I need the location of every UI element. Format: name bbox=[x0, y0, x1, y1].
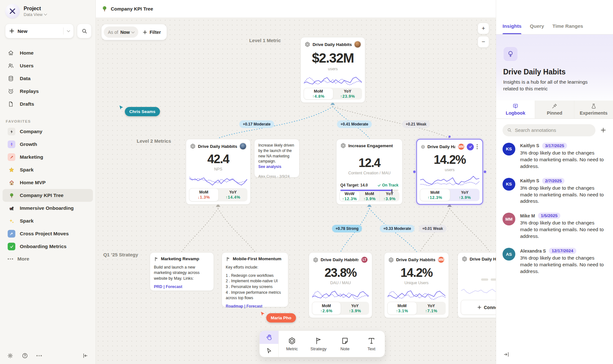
sidebar-item-data[interactable]: Data bbox=[0, 72, 95, 85]
arrow-up-right-icon bbox=[8, 230, 15, 238]
filter-label: Filter bbox=[149, 30, 161, 35]
tab-insights[interactable]: Insights bbox=[503, 18, 521, 34]
sidebar-item-company[interactable]: Company bbox=[3, 125, 93, 138]
subtab-pinned[interactable]: Pinned bbox=[535, 101, 574, 118]
collapse-panel-button[interactable] bbox=[503, 351, 510, 358]
prd-link[interactable]: PRD bbox=[154, 284, 162, 289]
card-footer: MoM↑12.3% YoY↑3.9% bbox=[420, 189, 480, 201]
annotation-entry[interactable]: MM Mike M1/5/2025 3% drop likely due to … bbox=[503, 213, 607, 240]
card-title: Drive Daily Habb.. bbox=[428, 144, 455, 149]
train-icon bbox=[8, 204, 15, 212]
collapse-sidebar-button[interactable] bbox=[81, 352, 89, 360]
sidebar-more-actions-button[interactable] bbox=[36, 354, 42, 357]
nav-label: Drafts bbox=[20, 101, 34, 107]
favorite-label: Growth bbox=[20, 141, 37, 147]
sidebar-item-drafts[interactable]: Drafts bbox=[0, 98, 95, 110]
roadmap-link[interactable]: Roadmap bbox=[226, 304, 243, 308]
note-icon bbox=[341, 337, 349, 345]
filter-button[interactable]: Filter bbox=[140, 30, 163, 35]
cursor-arrow-icon bbox=[266, 347, 272, 354]
forecast-link[interactable]: Forecast bbox=[246, 304, 262, 308]
sidebar-item-home[interactable]: Home bbox=[0, 47, 95, 59]
sidebar-item-spark-star[interactable]: Spark bbox=[3, 163, 93, 176]
settings-button[interactable] bbox=[6, 352, 14, 360]
search-annotations-input[interactable] bbox=[515, 127, 591, 133]
tool-label: Text bbox=[367, 346, 375, 351]
annotation-note[interactable]: Increase likely driven by the launch of … bbox=[254, 139, 299, 178]
card-title: Drive Daily Habbits bbox=[313, 42, 352, 47]
sidebar-item-company-kpi-tree[interactable]: Company KPI Tree bbox=[3, 189, 93, 202]
note-tool-button[interactable]: Note bbox=[332, 331, 358, 357]
status-badge: On Track bbox=[377, 183, 398, 187]
sidebar-more-button[interactable]: More bbox=[3, 254, 93, 264]
sidebar-item-marketing[interactable]: Marketing bbox=[3, 151, 93, 163]
see-analysis-link[interactable]: See analysis bbox=[258, 164, 281, 169]
select-tool-button[interactable] bbox=[260, 344, 278, 357]
stat-yoy: YoY↑3.9% bbox=[450, 189, 480, 201]
sidebar-item-immersive-onboarding[interactable]: Immersive Onboarding bbox=[3, 202, 93, 215]
project-switcher[interactable]: Project Data View bbox=[0, 0, 95, 19]
new-button[interactable]: New bbox=[5, 24, 74, 38]
metric-card-unique-users[interactable]: Drive Daily Habbits MM 14.2% Unique User… bbox=[384, 252, 449, 318]
add-annotation-button[interactable] bbox=[600, 127, 607, 133]
collaborator-badge: MM bbox=[437, 256, 445, 263]
list-item: Personalize key screens bbox=[226, 284, 284, 290]
subtab-experiments[interactable]: Experiments bbox=[574, 101, 613, 118]
panel-tabs: Insights Query Time Ranges bbox=[496, 18, 613, 34]
metric-card-partial[interactable]: Drive Daily Hab Connect bbox=[458, 252, 496, 318]
zoom-out-button[interactable]: − bbox=[478, 36, 489, 48]
card-menu-button[interactable] bbox=[476, 144, 479, 150]
metric-icon bbox=[340, 143, 346, 148]
sidebar-search-button[interactable] bbox=[77, 24, 92, 38]
collaborator-badge: LT bbox=[361, 256, 368, 263]
card-title: Drive Daily Habbits bbox=[396, 257, 435, 262]
metric-card-drive-daily-habits-l1[interactable]: Drive Daily Habbits $2.32M users MoM↑4.8… bbox=[300, 37, 365, 103]
help-button[interactable] bbox=[21, 352, 29, 360]
sidebar-item-onboarding-metrics[interactable]: Onboarding Metrics bbox=[3, 240, 93, 253]
target-row: Q4 Target: 14.0 On Track bbox=[337, 183, 402, 187]
note-list: Redesign core workflows Implement mobile… bbox=[226, 273, 284, 301]
metric-tool-button[interactable]: Metric bbox=[279, 331, 305, 357]
metric-card-drive-daily-habits-selected[interactable]: Drive Daily Habb.. MM 14.2% users MoM↑12… bbox=[416, 139, 483, 205]
annotation-search[interactable] bbox=[503, 124, 595, 136]
annotation-entry[interactable]: KS Kaitlyn S3/17/2025 3% drop likely due… bbox=[503, 143, 607, 170]
forecast-link[interactable]: Forecast bbox=[166, 284, 182, 289]
sidebar-item-replays[interactable]: Replays bbox=[0, 85, 95, 98]
strategy-note-mobile-first[interactable]: Mobile-First Momentum Key efforts includ… bbox=[222, 252, 288, 307]
cursor-arrow-icon bbox=[260, 311, 266, 317]
annotation-entry[interactable]: AS Alexandra S12/17/2024 3% drop likely … bbox=[503, 248, 607, 275]
connect-button[interactable]: Connect bbox=[461, 300, 496, 315]
tab-query[interactable]: Query bbox=[530, 18, 544, 34]
sparkline-chart bbox=[388, 287, 445, 302]
text-tool-button[interactable]: Text bbox=[358, 331, 385, 357]
owner-avatar bbox=[354, 41, 361, 48]
stat-mom: MoM↓1.3% bbox=[189, 188, 219, 201]
subtab-logbook[interactable]: Logbook bbox=[496, 101, 535, 118]
target-progress-bar bbox=[340, 190, 398, 191]
favorite-label: Spark bbox=[20, 218, 34, 224]
edge-weight-badge: +0.78 Strong bbox=[332, 225, 362, 232]
kpi-tree-canvas[interactable]: As of Now Filter + − Level 1 Metric Leve… bbox=[96, 18, 496, 364]
project-view-selector[interactable]: Data View bbox=[24, 12, 47, 17]
metric-card-drive-daily-habits-nps[interactable]: Drive Daily Habbits 42.4 NPS MoM↓1.3% Yo… bbox=[186, 139, 251, 205]
sidebar-item-growth[interactable]: Growth bbox=[3, 138, 93, 151]
insight-description: Insights is a hub for all of the learnin… bbox=[503, 79, 598, 92]
zoom-in-button[interactable]: + bbox=[478, 23, 489, 34]
owner-avatar bbox=[239, 143, 246, 150]
pin-icon bbox=[551, 103, 557, 109]
sidebar-item-spark-sparkles[interactable]: Spark bbox=[3, 215, 93, 227]
metric-card-increase-engagement[interactable]: Increase Engagement 12.4 Content Creatio… bbox=[336, 139, 403, 205]
stat-mom: MoM↑12.3% bbox=[420, 189, 450, 201]
sidebar-item-cross-project-moves[interactable]: Cross Project Moves bbox=[3, 227, 93, 240]
annotation-entry[interactable]: KS Kaitlyn S2/7/2025 3% drop likely due … bbox=[503, 178, 607, 205]
strategy-note-marketing-revamp[interactable]: Marketing Revamp Build and launch a new … bbox=[150, 252, 214, 291]
metric-card-dau-mau[interactable]: Drive Daily Habbits LT 23.8% DAU / MAU M… bbox=[309, 252, 372, 318]
tab-time-ranges[interactable]: Time Ranges bbox=[552, 18, 583, 34]
document-title-label: Company KPI Tree bbox=[111, 6, 153, 11]
sidebar-item-home-mvp[interactable]: Home MVP bbox=[3, 176, 93, 189]
hand-tool-button[interactable] bbox=[260, 331, 278, 344]
sidebar-item-users[interactable]: Users bbox=[0, 59, 95, 72]
as-of-selector[interactable]: As of Now bbox=[104, 27, 138, 38]
tree-icon bbox=[102, 6, 108, 12]
strategy-tool-button[interactable]: Strategy bbox=[305, 331, 332, 357]
